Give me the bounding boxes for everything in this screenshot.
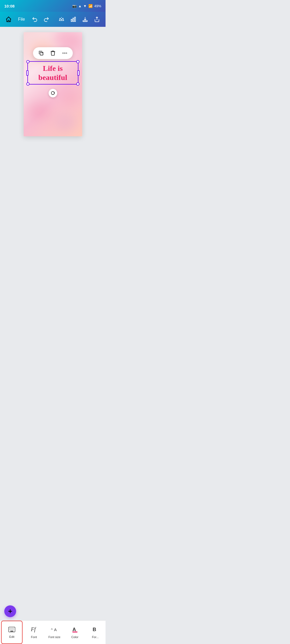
analytics-button[interactable] — [68, 14, 79, 25]
share-button[interactable] — [92, 14, 102, 25]
canvas-area: Life is beautiful — [0, 27, 106, 215]
handle-middle-left — [26, 70, 28, 76]
watercolor-blob-4 — [26, 101, 50, 120]
svg-point-10 — [66, 53, 67, 54]
svg-rect-6 — [83, 21, 88, 22]
svg-rect-3 — [71, 19, 72, 21]
handle-top-left — [26, 60, 30, 63]
watercolor-blob-5 — [55, 115, 77, 131]
toolbar-actions — [56, 14, 102, 25]
undo-redo-group — [29, 14, 52, 25]
more-options-button[interactable] — [61, 49, 68, 57]
handle-bottom-left — [26, 82, 30, 86]
context-menu — [33, 47, 73, 59]
svg-rect-5 — [75, 17, 76, 22]
svg-rect-7 — [40, 52, 43, 55]
status-icons: 📷 ▲ ▼ 📶 49% — [72, 4, 101, 8]
download-button[interactable] — [80, 14, 90, 25]
text-line-2: beautiful — [30, 73, 76, 82]
text-selection-box[interactable]: Life is beautiful — [27, 61, 78, 85]
rotate-handle[interactable] — [49, 89, 57, 97]
handle-top-right — [76, 60, 79, 63]
svg-point-1 — [63, 18, 63, 19]
file-button[interactable]: File — [16, 16, 27, 23]
status-time: 10:08 — [4, 4, 15, 8]
battery-icon: 49% — [94, 4, 101, 8]
duplicate-button[interactable] — [37, 49, 45, 57]
svg-rect-4 — [73, 18, 74, 21]
design-canvas[interactable]: Life is beautiful — [24, 32, 82, 136]
svg-point-8 — [62, 53, 63, 54]
status-bar: 10:08 📷 ▲ ▼ 📶 49% — [0, 0, 106, 12]
redo-button[interactable] — [41, 14, 52, 25]
watercolor-blob-3 — [53, 86, 82, 110]
home-button[interactable] — [3, 14, 14, 25]
handle-middle-right — [77, 70, 79, 76]
delete-button[interactable] — [49, 49, 57, 57]
top-toolbar: File — [0, 12, 106, 27]
svg-point-9 — [64, 53, 65, 54]
svg-point-0 — [60, 18, 60, 19]
svg-point-2 — [61, 17, 62, 18]
instagram-icon: 📷 — [72, 4, 77, 8]
handle-bottom-right — [76, 82, 79, 86]
signal-icon: ▲ — [78, 4, 82, 8]
text-element-container: Life is beautiful — [27, 61, 78, 85]
text-line-1: Life is — [30, 64, 76, 73]
canvas-text[interactable]: Life is beautiful — [30, 64, 76, 82]
network-icon: 📶 — [88, 4, 93, 8]
undo-button[interactable] — [29, 14, 40, 25]
crown-button[interactable] — [56, 14, 67, 25]
wifi-icon: ▼ — [83, 4, 87, 8]
